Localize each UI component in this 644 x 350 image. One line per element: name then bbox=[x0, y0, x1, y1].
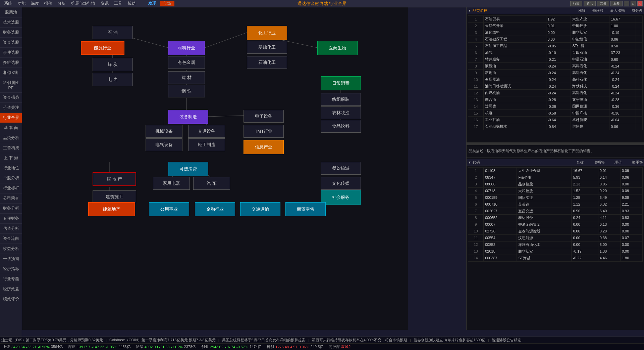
industry-row-16[interactable]: 17 石油勘探技术 -0.64 谱恒信 0.06 bbox=[468, 123, 643, 130]
industry-row-1[interactable]: 2 天然气开采 0.01 中能控股 1.00 bbox=[468, 23, 643, 29]
node-shangmao[interactable]: 商贸零售 bbox=[285, 202, 326, 216]
node-jiaofu[interactable]: 交运设备 bbox=[188, 125, 225, 138]
index-item-3[interactable]: 创业 2943.62 -16.74 -0.57% 1474亿 bbox=[201, 344, 261, 349]
menu-market[interactable]: 扩展市场行情 bbox=[68, 1, 98, 6]
index-item-0[interactable]: 上证 3429.54 -33.21 -0.96% 3564亿 bbox=[3, 344, 63, 349]
menu-help[interactable]: 帮助 bbox=[125, 1, 138, 6]
node-jiaotong[interactable]: 交通运输 bbox=[240, 202, 280, 216]
stock-row-0[interactable]: 1 01103 大生农业金融 16.67 0.01 0.09 bbox=[468, 167, 643, 174]
sidebar-item-24[interactable]: 一致预期 bbox=[0, 254, 22, 264]
node-huagong[interactable]: 化工行业 bbox=[247, 26, 287, 40]
node-dianqi[interactable]: 电气设备 bbox=[146, 138, 182, 151]
sidebar-item-8[interactable]: 资金强势 bbox=[0, 93, 22, 103]
industry-row-9[interactable]: 10 变压器油 -0.24 高科石化 -0.24 bbox=[468, 76, 643, 83]
node-xinxi[interactable]: 信息产业 bbox=[244, 140, 284, 154]
sidebar-item-28[interactable]: 绩效评价 bbox=[0, 294, 22, 304]
sidebar-item-6[interactable]: 相似K线 bbox=[0, 68, 22, 78]
node-shiyouhg[interactable]: 石油化工 bbox=[247, 56, 287, 69]
node-shipin[interactable]: 食品饮料 bbox=[321, 120, 361, 133]
industry-row-8[interactable]: 9 溶剂油 -0.24 高科石化 -0.24 bbox=[468, 70, 643, 76]
industry-row-5[interactable]: 6 油气 -0.10 百田石油 37.23 bbox=[468, 49, 643, 56]
stock-row-7[interactable]: 8 000652 泰达股份 0.24 4.11 0.83 bbox=[468, 214, 643, 221]
menu-news[interactable]: 资讯 bbox=[98, 1, 111, 6]
node-gongyong[interactable]: 公用事业 bbox=[149, 202, 189, 216]
sidebar-item-14[interactable]: 上 下 游 bbox=[0, 153, 22, 163]
node-qiche[interactable]: 汽 车 bbox=[193, 177, 230, 190]
menu-tools[interactable]: 工具 bbox=[111, 1, 125, 6]
collapse-arrow[interactable]: ▼ bbox=[468, 9, 471, 12]
index-item-5[interactable]: 高沪深 双城2 bbox=[329, 344, 355, 349]
stock-row-13[interactable]: 14 600387 ST海越 -0.22 4.46 1.80 bbox=[468, 255, 643, 261]
sidebar-item-16[interactable]: 个股分析 bbox=[0, 173, 22, 183]
menu-quote[interactable]: 报价 bbox=[42, 1, 55, 6]
industry-row-11[interactable]: 12 内燃机油 -0.24 高科石化 -0.24 bbox=[468, 90, 643, 96]
stock-collapse-arrow[interactable]: ▼ bbox=[468, 161, 471, 164]
sidebar-item-22[interactable]: 资金流向 bbox=[0, 234, 22, 244]
stock-row-10[interactable]: 11 00554 汉思能源 0.00 0.38 0.07 bbox=[468, 234, 643, 241]
industry-row-6[interactable]: 7 钻井服务 -0.21 中曼石油 0.60 bbox=[468, 56, 643, 63]
stock-row-9[interactable]: 10 02728 金泰能源控股 0.00 0.28 0.00 bbox=[468, 228, 643, 234]
industry-row-7[interactable]: 8 液压油 -0.24 高科石化 -0.24 bbox=[468, 63, 643, 70]
sidebar-item-21[interactable]: 估值分析 bbox=[0, 224, 22, 234]
menu-analysis[interactable]: 分析 bbox=[55, 1, 68, 6]
sidebar-item-2[interactable]: 财务选股 bbox=[0, 28, 22, 38]
node-dianlv[interactable]: 电 力 bbox=[93, 73, 133, 86]
industry-row-10[interactable]: 11 油气田移动测试 -0.24 海默科技 -0.24 bbox=[468, 83, 643, 90]
sidebar-item-1[interactable]: 技术选股 bbox=[0, 17, 22, 28]
stock-row-6[interactable]: 7 002627 宜昌交运 0.56 5.40 0.93 bbox=[468, 208, 643, 214]
industry-row-15[interactable]: 16 工业甘油 -0.64 卓越新能 -0.64 bbox=[468, 117, 643, 123]
stock-row-2[interactable]: 3 08066 品创控股 2.13 0.05 0.00 bbox=[468, 181, 643, 187]
close-button[interactable]: ✕ bbox=[637, 1, 643, 6]
sidebar-item-10[interactable]: 行业全景 bbox=[0, 113, 22, 123]
node-meitan[interactable]: 煤 炭 bbox=[93, 58, 133, 71]
node-jinrong[interactable]: 金融行业 bbox=[195, 202, 235, 216]
node-jiancai[interactable]: 建 材 bbox=[168, 71, 205, 84]
node-jichuhg[interactable]: 基础化工 bbox=[247, 41, 287, 54]
sidebar-item-5[interactable]: 多维选股 bbox=[0, 58, 22, 68]
sidebar-item-18[interactable]: 公司荣誉 bbox=[0, 193, 22, 204]
sidebar-item-27[interactable]: 经济效益 bbox=[0, 284, 22, 294]
node-fangzhi[interactable]: 纺织服装 bbox=[321, 93, 361, 106]
sidebar-item-9[interactable]: 价值关注 bbox=[0, 103, 22, 113]
index-item-4[interactable]: 科创 1275.48 4.57 0.36% 249.5亿 bbox=[267, 344, 323, 349]
sidebar-item-20[interactable]: 专项财务 bbox=[0, 214, 22, 224]
industry-row-4[interactable]: 5 石油加工产品 -0.05 ST仁智 0.50 bbox=[468, 43, 643, 49]
node-tmt[interactable]: TMT行业 bbox=[244, 125, 284, 138]
node-jiayong[interactable]: 家用电器 bbox=[153, 177, 190, 190]
tab-market[interactable]: 市场 bbox=[160, 1, 174, 6]
minimize-button[interactable]: ─ bbox=[624, 1, 629, 6]
industry-row-13[interactable]: 14 过网费 -0.36 国网信通 -0.36 bbox=[468, 103, 643, 110]
node-kexiao[interactable]: 可选消费 bbox=[168, 162, 208, 176]
industry-row-2[interactable]: 3 液化燃料 0.00 鹏华弘安 -0.19 bbox=[468, 29, 643, 36]
index-item-2[interactable]: 沪深 4992.99 -51.58 -1.02% 2378亿 bbox=[136, 344, 196, 349]
sidebar-item-7[interactable]: 科创属性PE bbox=[0, 78, 22, 93]
btn-tab-trade[interactable]: 交易 bbox=[597, 1, 609, 6]
sidebar-item-3[interactable]: 资金选股 bbox=[0, 38, 22, 48]
node-nonglin[interactable]: 农林牧渔 bbox=[321, 106, 361, 119]
industry-row-0[interactable]: 1 石油贸易 1.92 大生农业 16.67 bbox=[468, 16, 643, 23]
menu-system[interactable]: 系统 bbox=[1, 1, 15, 6]
node-gang[interactable]: 钢 铁 bbox=[168, 85, 205, 97]
sidebar-item-0[interactable]: 股票池 bbox=[0, 7, 22, 17]
node-zhuangbei[interactable]: 装备制造 bbox=[168, 110, 208, 124]
node-canlv[interactable]: 餐饮旅游 bbox=[321, 162, 361, 175]
btn-tab-news[interactable]: 资讯 bbox=[584, 1, 596, 6]
sidebar-item-17[interactable]: 行业标杆 bbox=[0, 183, 22, 193]
stock-row-11[interactable]: 12 00852 海峡石油化工 0.00 3.00 0.00 bbox=[468, 241, 643, 248]
sidebar-item-26[interactable]: 行业专题 bbox=[0, 274, 22, 284]
stock-row-4[interactable]: 5 000159 国际实业 1.25 6.49 9.08 bbox=[468, 194, 643, 201]
stock-row-3[interactable]: 4 00718 大和控股 1.52 0.20 0.09 bbox=[468, 187, 643, 194]
btn-tab-service[interactable]: 服务 bbox=[610, 1, 623, 6]
sidebar-item-11[interactable]: 基 本 面 bbox=[0, 123, 22, 133]
scroll-indicator[interactable] bbox=[467, 142, 644, 145]
node-fangdichan[interactable]: 房 地 产 bbox=[93, 172, 136, 186]
stock-row-8[interactable]: 9 00007 香港金融集团 0.00 0.13 0.00 bbox=[468, 221, 643, 228]
tab-discover[interactable]: 发现 bbox=[145, 1, 160, 6]
node-shehui[interactable]: 社会服务 bbox=[321, 190, 361, 205]
sidebar-item-13[interactable]: 主营构成 bbox=[0, 143, 22, 153]
node-yiyao[interactable]: 医药生物 bbox=[317, 41, 358, 55]
sidebar-item-12[interactable]: 品类分析 bbox=[0, 133, 22, 143]
node-jixie[interactable]: 机械设备 bbox=[146, 125, 182, 138]
node-nenyuan[interactable]: 能源行业 bbox=[81, 41, 124, 55]
industry-row-14[interactable]: 15 核电 -0.58 中国广核 -0.36 bbox=[468, 110, 643, 117]
